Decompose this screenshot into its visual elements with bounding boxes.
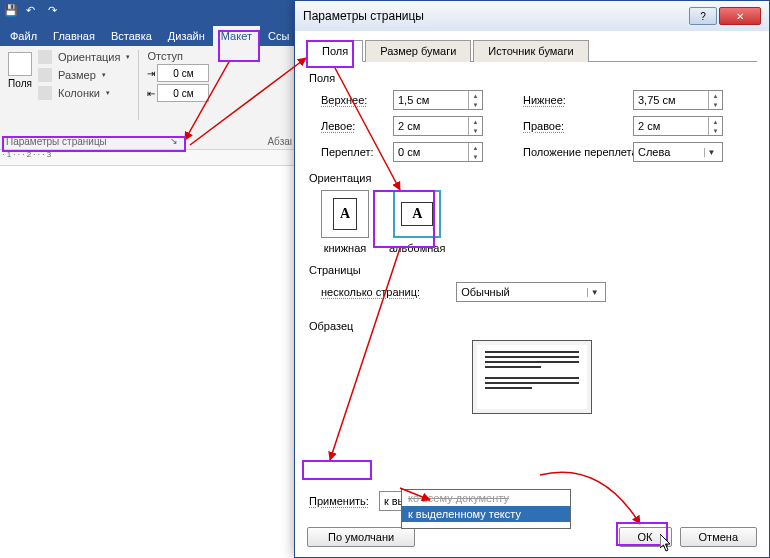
tab-design[interactable]: Дизайн — [160, 26, 213, 46]
tab-file[interactable]: Файл — [2, 26, 45, 46]
dialog-titlebar[interactable]: Параметры страницы ? ✕ — [295, 1, 769, 31]
tab-layout[interactable]: Макет — [213, 26, 260, 46]
ribbon-layout: Поля Ориентация▾ Размер▾ Колонки▾ Отступ… — [0, 46, 300, 150]
tab-links[interactable]: Ссы — [260, 26, 297, 46]
section-margins: Поля — [309, 72, 757, 84]
tab-home[interactable]: Главная — [45, 26, 103, 46]
apply-dropdown[interactable]: ко всему документу к выделенному тексту — [401, 489, 571, 529]
cursor-icon — [660, 534, 672, 552]
tab-source[interactable]: Источник бумаги — [473, 40, 588, 62]
help-button[interactable]: ? — [689, 7, 717, 25]
size-button[interactable]: Размер▾ — [38, 68, 130, 82]
orientation-landscape[interactable]: A альбомная — [389, 190, 445, 254]
gutter-label: Переплет: — [321, 146, 393, 158]
indent-label: Отступ — [147, 50, 209, 62]
indent-right-value[interactable]: 0 см — [157, 84, 209, 102]
apply-option-selection[interactable]: к выделенному тексту — [402, 506, 570, 522]
size-icon — [38, 68, 52, 82]
section-preview: Образец — [309, 320, 757, 332]
dialog-title: Параметры страницы — [303, 9, 424, 23]
ribbon-tabs: Файл Главная Вставка Дизайн Макет Ссы — [0, 22, 300, 46]
right-label: Правое: — [523, 120, 633, 132]
orientation-icon — [38, 50, 52, 64]
document-area[interactable] — [0, 166, 300, 546]
left-label: Левое: — [321, 120, 393, 132]
margins-label[interactable]: Поля — [8, 78, 32, 89]
redo-icon[interactable]: ↷ — [48, 4, 62, 18]
pages-combo[interactable]: Обычный▼ — [456, 282, 606, 302]
close-button[interactable]: ✕ — [719, 7, 761, 25]
bottom-label: Нижнее: — [523, 94, 633, 106]
gutter-pos-combo[interactable]: Слева▼ — [633, 142, 723, 162]
indent-right-icon: ⇤ — [147, 88, 155, 99]
bottom-input[interactable]: 3,75 см▲▼ — [633, 90, 723, 110]
ruler: · 1 · · · 2 · · · 3 — [0, 150, 300, 166]
tab-insert[interactable]: Вставка — [103, 26, 160, 46]
preview-box — [472, 340, 592, 414]
indent-left-icon: ⇥ — [147, 68, 155, 79]
word-window: 💾 ↶ ↷ Файл Главная Вставка Дизайн Макет … — [0, 0, 300, 558]
top-input[interactable]: 1,5 см▲▼ — [393, 90, 483, 110]
left-input[interactable]: 2 см▲▼ — [393, 116, 483, 136]
group-page-setup-label: Параметры страницы — [6, 136, 176, 147]
save-icon[interactable]: 💾 — [4, 4, 18, 18]
columns-button[interactable]: Колонки▾ — [38, 86, 130, 100]
cancel-button[interactable]: Отмена — [680, 527, 757, 547]
apply-label: Применить: — [309, 495, 369, 507]
dialog-tabs: Поля Размер бумаги Источник бумаги — [307, 39, 757, 62]
top-label: Верхнее: — [321, 94, 393, 106]
quick-access-toolbar: 💾 ↶ ↷ — [0, 0, 300, 22]
gutter-pos-label: Положение переплета: — [523, 146, 633, 158]
orientation-button[interactable]: Ориентация▾ — [38, 50, 130, 64]
page-setup-dialog: Параметры страницы ? ✕ Поля Размер бумаг… — [294, 0, 770, 558]
tab-paper[interactable]: Размер бумаги — [365, 40, 471, 62]
group-paragraph-label: Абзаι — [267, 136, 292, 147]
apply-option-all[interactable]: ко всему документу — [402, 490, 570, 506]
page-setup-launcher-icon[interactable]: ↘ — [170, 136, 178, 146]
section-pages: Страницы — [309, 264, 757, 276]
margins-icon[interactable] — [8, 52, 32, 76]
default-button[interactable]: По умолчани — [307, 527, 415, 547]
columns-icon — [38, 86, 52, 100]
section-orientation: Ориентация — [309, 172, 757, 184]
undo-icon[interactable]: ↶ — [26, 4, 40, 18]
orientation-portrait[interactable]: A книжная — [321, 190, 369, 254]
indent-left-value[interactable]: 0 см — [157, 64, 209, 82]
pages-label: несколько страниц: — [321, 286, 420, 298]
right-input[interactable]: 2 см▲▼ — [633, 116, 723, 136]
gutter-input[interactable]: 0 см▲▼ — [393, 142, 483, 162]
tab-margins[interactable]: Поля — [307, 40, 363, 62]
